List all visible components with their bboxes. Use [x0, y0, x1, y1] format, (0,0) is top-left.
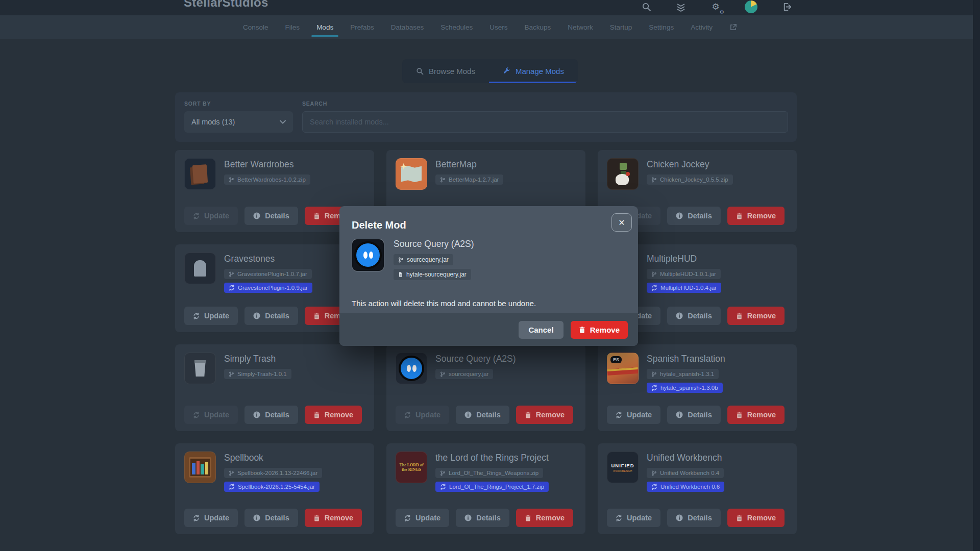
update-button[interactable]: Update: [396, 406, 449, 424]
wrench-icon: [503, 67, 510, 75]
git-branch-icon: [651, 271, 657, 277]
info-icon: [676, 514, 683, 521]
mod-file-badge: hytale_spanish-1.3.1: [647, 369, 719, 379]
remove-button[interactable]: Remove: [305, 509, 362, 527]
tab-mods[interactable]: Mods: [316, 15, 333, 39]
refresh-icon: [404, 412, 411, 418]
remove-button[interactable]: Remove: [516, 406, 573, 424]
git-branch-icon: [398, 257, 404, 263]
layers-icon[interactable]: [675, 2, 687, 13]
cancel-button[interactable]: Cancel: [519, 321, 563, 339]
details-button[interactable]: Details: [667, 307, 721, 325]
refresh-icon: [193, 412, 200, 418]
mod-file-badge: Chicken_Jockey_0.5.5.zip: [647, 174, 733, 185]
tab-prefabs[interactable]: Prefabs: [350, 15, 374, 39]
trash-icon: [525, 412, 531, 418]
tab-activity[interactable]: Activity: [691, 15, 713, 39]
tab-backups[interactable]: Backups: [525, 15, 551, 39]
settings-gears-icon[interactable]: ⚙ ⚙: [710, 2, 721, 13]
details-button[interactable]: Details: [244, 307, 298, 325]
update-button[interactable]: Update: [607, 509, 660, 527]
mod-update-badge: Spellbook-2026.1.25-5454.jar: [224, 482, 320, 492]
trash-icon: [313, 313, 320, 319]
mod-update-badge: hytale_spanish-1.3.0b: [647, 383, 723, 393]
update-button[interactable]: Update: [607, 406, 660, 424]
file-icon: [398, 271, 403, 278]
user-avatar[interactable]: [745, 1, 757, 13]
mod-title: BetterMap: [435, 159, 477, 170]
details-button[interactable]: Details: [244, 406, 298, 424]
tab-schedules[interactable]: Schedules: [440, 15, 473, 39]
remove-button[interactable]: Remove: [727, 307, 785, 325]
details-button[interactable]: Details: [456, 509, 509, 527]
mod-title: Simply Trash: [224, 354, 276, 364]
mod-icon-simply-trash: [184, 353, 216, 384]
mod-file-badge: BetterWardrobes-1.0.2.zip: [224, 174, 310, 185]
manage-mods-tab[interactable]: Manage Mods: [489, 59, 578, 83]
details-button[interactable]: Details: [667, 207, 721, 225]
tab-databases[interactable]: Databases: [391, 15, 424, 39]
mod-file-badge: Simply-Trash-1.0.1: [224, 369, 291, 379]
remove-button[interactable]: Remove: [727, 406, 785, 424]
trash-icon: [579, 327, 585, 333]
modal-secondary-file-badge: hytale-sourcequery.jar: [394, 269, 471, 280]
details-button[interactable]: Details: [244, 509, 298, 527]
tab-users[interactable]: Users: [489, 15, 507, 39]
trash-icon: [736, 412, 743, 418]
external-link-icon[interactable]: [729, 23, 737, 31]
modal-mod-name: Source Query (A2S): [394, 239, 474, 249]
refresh-icon: [193, 515, 200, 521]
browse-mods-label: Browse Mods: [429, 67, 475, 76]
remove-button[interactable]: Remove: [727, 207, 785, 225]
app-header: StellarStudios ⚙ ⚙: [0, 0, 980, 15]
tab-network[interactable]: Network: [568, 15, 593, 39]
info-icon: [253, 312, 260, 319]
git-branch-icon: [229, 177, 234, 183]
confirm-remove-button[interactable]: Remove: [571, 321, 628, 339]
refresh-icon: [616, 515, 622, 521]
update-button[interactable]: Update: [184, 207, 238, 225]
trash-icon: [736, 515, 743, 521]
tab-startup[interactable]: Startup: [610, 15, 632, 39]
modal-close-button[interactable]: ✕: [611, 213, 632, 232]
search-input[interactable]: [302, 111, 788, 133]
refresh-icon: [651, 385, 657, 391]
sort-dropdown[interactable]: All mods (13): [184, 111, 293, 133]
remove-button[interactable]: Remove: [305, 406, 362, 424]
remove-button[interactable]: Remove: [727, 509, 785, 527]
mod-icon-lotr-project: The LORD of the RINGS: [396, 452, 427, 483]
git-branch-icon: [651, 470, 657, 476]
git-branch-icon: [229, 470, 234, 476]
info-icon: [253, 514, 260, 521]
update-button[interactable]: Update: [184, 509, 238, 527]
delete-mod-modal: Delete Mod ✕ Source Query (A2S) sourcequ…: [339, 206, 638, 346]
mod-title: Spellbook: [224, 453, 263, 463]
mod-title: Gravestones: [224, 254, 275, 264]
update-button[interactable]: Update: [396, 509, 449, 527]
search-icon[interactable]: [641, 2, 652, 13]
update-button[interactable]: Update: [184, 307, 238, 325]
refresh-icon: [440, 484, 446, 490]
details-button[interactable]: Details: [667, 509, 721, 527]
logout-icon[interactable]: [781, 2, 792, 13]
update-button[interactable]: Update: [184, 406, 238, 424]
scrollbar[interactable]: [973, 0, 980, 551]
tab-console[interactable]: Console: [243, 15, 268, 39]
refresh-icon: [193, 213, 200, 219]
tab-settings[interactable]: Settings: [649, 15, 674, 39]
tab-files[interactable]: Files: [285, 15, 300, 39]
mod-icon-source-query: [352, 239, 384, 271]
details-button[interactable]: Details: [667, 406, 721, 424]
mod-icon-bettermap: [396, 158, 427, 190]
browse-mods-tab[interactable]: Browse Mods: [402, 59, 489, 83]
remove-button[interactable]: Remove: [516, 509, 573, 527]
manage-mods-label: Manage Mods: [516, 67, 564, 76]
details-button[interactable]: Details: [244, 207, 298, 225]
git-branch-icon: [229, 271, 234, 277]
git-branch-icon: [651, 371, 657, 377]
unified-logo-text: UNIFIED: [611, 463, 634, 468]
mod-title: the Lord of the Rings Project: [435, 453, 549, 463]
mod-title: Source Query (A2S): [435, 354, 516, 364]
details-button[interactable]: Details: [456, 406, 509, 424]
refresh-icon: [229, 484, 235, 490]
